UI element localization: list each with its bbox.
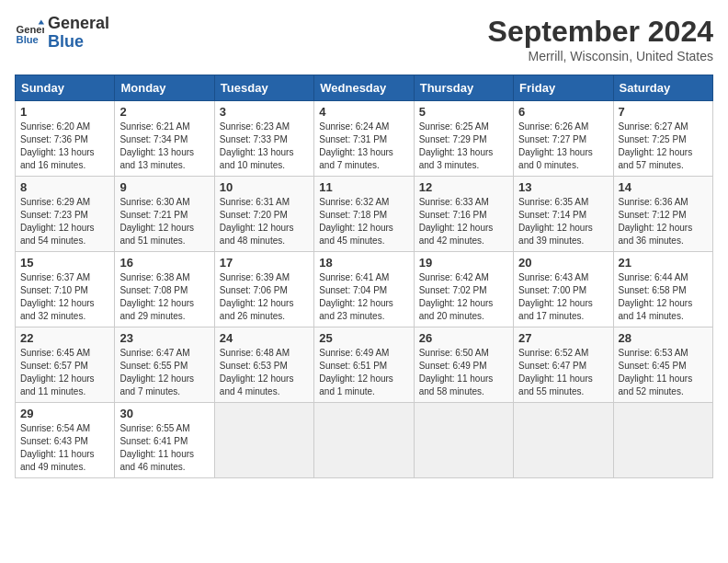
day-number: 1 [20,105,109,119]
day-number: 13 [518,180,608,194]
day-number: 15 [20,256,109,270]
column-header-sunday: Sunday [16,75,115,101]
sunrise: Sunrise: 6:33 AMSunset: 7:16 PMDaylight:… [419,197,494,246]
day-cell-26: 26Sunrise: 6:50 AMSunset: 6:49 PMDayligh… [414,327,513,403]
day-number: 23 [119,331,209,345]
day-number: 7 [619,105,708,119]
day-cell-21: 21Sunrise: 6:44 AMSunset: 6:58 PMDayligh… [613,252,712,327]
day-cell-24: 24Sunrise: 6:48 AMSunset: 6:53 PMDayligh… [214,327,313,403]
sunrise: Sunrise: 6:47 AMSunset: 6:55 PMDaylight:… [119,348,194,396]
week-row-3: 15Sunrise: 6:37 AMSunset: 7:10 PMDayligh… [16,252,713,327]
day-number: 16 [119,256,209,270]
day-cell-8: 8Sunrise: 6:29 AMSunset: 7:23 PMDaylight… [16,177,115,252]
title-block: September 2024 Merrill, Wisconsin, Unite… [488,15,713,63]
day-cell-17: 17Sunrise: 6:39 AMSunset: 7:06 PMDayligh… [214,252,313,327]
day-cell-29: 29Sunrise: 6:54 AMSunset: 6:43 PMDayligh… [16,403,115,478]
day-cell-6: 6Sunrise: 6:26 AMSunset: 7:27 PMDaylight… [514,101,613,177]
day-cell-13: 13Sunrise: 6:35 AMSunset: 7:14 PMDayligh… [514,177,613,252]
sunrise: Sunrise: 6:32 AMSunset: 7:18 PMDaylight:… [319,197,393,246]
column-header-wednesday: Wednesday [314,75,414,101]
svg-text:Blue: Blue [17,34,39,45]
day-number: 5 [419,105,508,119]
day-number: 20 [518,256,608,270]
sunrise: Sunrise: 6:45 AMSunset: 6:57 PMDaylight:… [20,348,95,396]
column-header-thursday: Thursday [414,75,513,101]
sunrise: Sunrise: 6:30 AMSunset: 7:21 PMDaylight:… [119,197,194,246]
day-number: 21 [619,256,708,270]
day-cell-18: 18Sunrise: 6:41 AMSunset: 7:04 PMDayligh… [314,252,414,327]
day-cell-5: 5Sunrise: 6:25 AMSunset: 7:29 PMDaylight… [414,101,513,177]
day-cell-23: 23Sunrise: 6:47 AMSunset: 6:55 PMDayligh… [115,327,214,403]
day-number: 6 [518,105,608,119]
sunrise: Sunrise: 6:36 AMSunset: 7:12 PMDaylight:… [619,197,693,246]
sunrise: Sunrise: 6:20 AMSunset: 7:36 PMDaylight:… [20,121,95,170]
sunrise: Sunrise: 6:48 AMSunset: 6:53 PMDaylight:… [220,348,294,396]
day-number: 25 [319,331,408,345]
day-cell-7: 7Sunrise: 6:27 AMSunset: 7:25 PMDaylight… [613,101,712,177]
location: Merrill, Wisconsin, United States [488,49,713,63]
column-header-saturday: Saturday [613,75,712,101]
day-number: 24 [220,331,309,345]
day-cell-20: 20Sunrise: 6:43 AMSunset: 7:00 PMDayligh… [514,252,613,327]
day-cell-22: 22Sunrise: 6:45 AMSunset: 6:57 PMDayligh… [16,327,115,403]
sunrise: Sunrise: 6:38 AMSunset: 7:08 PMDaylight:… [119,272,194,321]
day-cell-3: 3Sunrise: 6:23 AMSunset: 7:33 PMDaylight… [214,101,313,177]
week-row-2: 8Sunrise: 6:29 AMSunset: 7:23 PMDaylight… [16,177,713,252]
day-cell-25: 25Sunrise: 6:49 AMSunset: 6:51 PMDayligh… [314,327,414,403]
column-header-friday: Friday [514,75,613,101]
empty-cell [613,403,712,478]
sunrise: Sunrise: 6:23 AMSunset: 7:33 PMDaylight:… [220,121,294,170]
logo-line1: General [48,15,109,33]
svg-marker-2 [39,19,44,24]
day-number: 26 [419,331,508,345]
day-number: 18 [319,256,408,270]
empty-cell [414,403,513,478]
sunrise: Sunrise: 6:39 AMSunset: 7:06 PMDaylight:… [220,272,294,321]
empty-cell [314,403,414,478]
day-cell-2: 2Sunrise: 6:21 AMSunset: 7:34 PMDaylight… [115,101,214,177]
month-title: September 2024 [488,15,713,49]
day-number: 29 [20,407,109,420]
empty-cell [214,403,313,478]
day-number: 9 [119,180,209,194]
sunrise: Sunrise: 6:49 AMSunset: 6:51 PMDaylight:… [319,348,393,396]
day-cell-1: 1Sunrise: 6:20 AMSunset: 7:36 PMDaylight… [16,101,115,177]
day-number: 11 [319,180,408,194]
sunrise: Sunrise: 6:27 AMSunset: 7:25 PMDaylight:… [619,121,693,170]
week-row-1: 1Sunrise: 6:20 AMSunset: 7:36 PMDaylight… [16,101,713,177]
day-cell-16: 16Sunrise: 6:38 AMSunset: 7:08 PMDayligh… [115,252,214,327]
sunrise: Sunrise: 6:55 AMSunset: 6:41 PMDaylight:… [119,423,194,472]
day-number: 3 [220,105,309,119]
day-cell-15: 15Sunrise: 6:37 AMSunset: 7:10 PMDayligh… [16,252,115,327]
sunrise: Sunrise: 6:26 AMSunset: 7:27 PMDaylight:… [518,121,593,170]
day-number: 12 [419,180,508,194]
sunrise: Sunrise: 6:41 AMSunset: 7:04 PMDaylight:… [319,272,393,321]
calendar-table: SundayMondayTuesdayWednesdayThursdayFrid… [15,75,713,478]
day-number: 14 [619,180,708,194]
sunrise: Sunrise: 6:50 AMSunset: 6:49 PMDaylight:… [419,348,494,396]
sunrise: Sunrise: 6:53 AMSunset: 6:45 PMDaylight:… [619,348,693,396]
sunrise: Sunrise: 6:37 AMSunset: 7:10 PMDaylight:… [20,272,95,321]
day-number: 2 [119,105,209,119]
day-number: 30 [119,407,209,420]
day-number: 10 [220,180,309,194]
day-number: 28 [619,331,708,345]
day-cell-30: 30Sunrise: 6:55 AMSunset: 6:41 PMDayligh… [115,403,214,478]
sunrise: Sunrise: 6:25 AMSunset: 7:29 PMDaylight:… [419,121,494,170]
day-cell-12: 12Sunrise: 6:33 AMSunset: 7:16 PMDayligh… [414,177,513,252]
sunrise: Sunrise: 6:43 AMSunset: 7:00 PMDaylight:… [518,272,593,321]
day-number: 8 [20,180,109,194]
logo-icon: General Blue [15,18,44,48]
day-number: 17 [220,256,309,270]
header-row: SundayMondayTuesdayWednesdayThursdayFrid… [16,75,713,101]
sunrise: Sunrise: 6:52 AMSunset: 6:47 PMDaylight:… [518,348,593,396]
page-header: General Blue General Blue September 2024… [15,15,713,63]
column-header-tuesday: Tuesday [214,75,313,101]
day-cell-28: 28Sunrise: 6:53 AMSunset: 6:45 PMDayligh… [613,327,712,403]
day-number: 22 [20,331,109,345]
day-cell-19: 19Sunrise: 6:42 AMSunset: 7:02 PMDayligh… [414,252,513,327]
day-number: 4 [319,105,408,119]
logo-line2: Blue [48,33,109,52]
sunrise: Sunrise: 6:42 AMSunset: 7:02 PMDaylight:… [419,272,494,321]
day-cell-27: 27Sunrise: 6:52 AMSunset: 6:47 PMDayligh… [514,327,613,403]
